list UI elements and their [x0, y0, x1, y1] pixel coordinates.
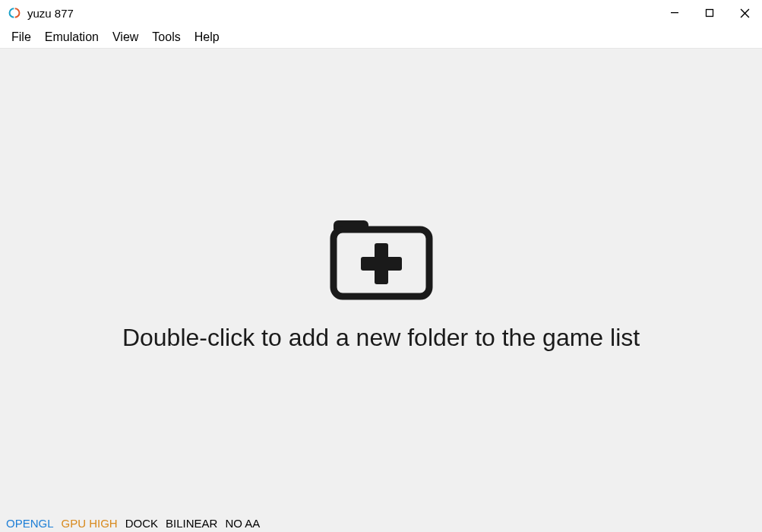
menubar: File Emulation View Tools Help: [0, 26, 762, 49]
menu-file[interactable]: File: [5, 28, 38, 46]
close-button[interactable]: [727, 0, 762, 26]
empty-message: Double-click to add a new folder to the …: [122, 324, 640, 352]
titlebar: yuzu 877: [0, 0, 762, 26]
minimize-button[interactable]: [657, 0, 692, 26]
status-gpu[interactable]: GPU HIGH: [62, 517, 118, 530]
svg-rect-6: [361, 257, 402, 271]
game-list-empty-area[interactable]: Double-click to add a new folder to the …: [0, 49, 762, 514]
status-dock[interactable]: DOCK: [125, 517, 158, 530]
svg-rect-1: [707, 10, 713, 17]
menu-help[interactable]: Help: [188, 28, 226, 46]
statusbar: OPENGL GPU HIGH DOCK BILINEAR NO AA: [0, 514, 762, 532]
window-title: yuzu 877: [27, 7, 74, 20]
menu-tools[interactable]: Tools: [145, 28, 187, 46]
menu-emulation[interactable]: Emulation: [38, 28, 106, 46]
status-renderer[interactable]: OPENGL: [6, 517, 54, 530]
svg-rect-0: [671, 12, 678, 13]
status-aa[interactable]: NO AA: [225, 517, 260, 530]
status-filter[interactable]: BILINEAR: [166, 517, 217, 530]
menu-view[interactable]: View: [106, 28, 145, 46]
app-icon: [8, 6, 21, 20]
add-folder-icon: [324, 211, 438, 302]
maximize-button[interactable]: [692, 0, 727, 26]
